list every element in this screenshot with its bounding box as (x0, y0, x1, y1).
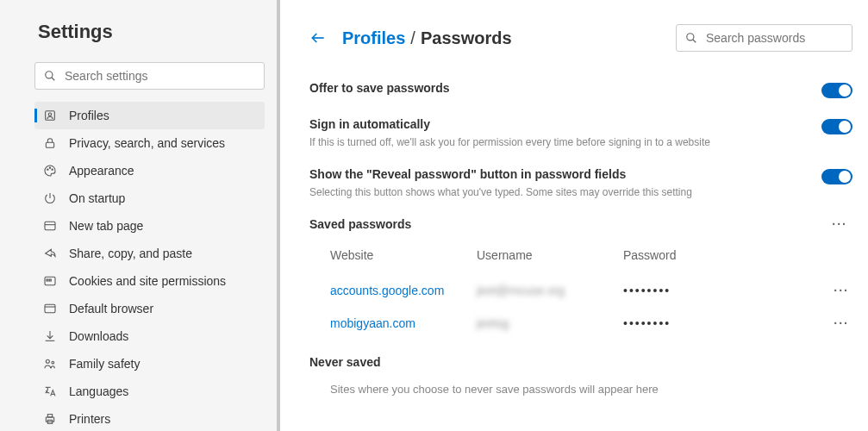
username-value: jeetsg (477, 316, 623, 330)
sidebar-item-downloads[interactable]: Downloads (34, 322, 265, 350)
svg-point-6 (49, 167, 50, 168)
svg-point-22 (687, 34, 694, 41)
svg-point-17 (52, 361, 54, 364)
svg-point-0 (46, 72, 53, 78)
sidebar-item-languages[interactable]: Languages (34, 378, 265, 405)
sidebar-item-label: Downloads (69, 329, 128, 343)
language-icon (43, 384, 57, 398)
svg-rect-8 (45, 222, 55, 229)
svg-point-5 (47, 169, 48, 170)
offer-save-passwords-label: Offer to save passwords (309, 81, 821, 95)
sidebar-item-profiles[interactable]: Profiles (34, 102, 265, 129)
power-icon (43, 191, 57, 205)
reveal-password-desc: Selecting this button shows what you've … (309, 186, 821, 198)
search-icon (685, 32, 697, 44)
svg-point-16 (46, 359, 49, 363)
password-row: mobigyaan.com jeetsg •••••••• ··· (309, 307, 852, 340)
password-masked: •••••••• (623, 284, 828, 297)
auto-signin-desc: If this is turned off, we'll ask you for… (309, 136, 821, 148)
website-link[interactable]: accounts.google.com (330, 284, 477, 297)
svg-point-7 (52, 169, 53, 170)
password-masked: •••••••• (623, 316, 828, 330)
search-passwords-box[interactable] (676, 24, 852, 52)
sidebar-item-label: Privacy, search, and services (69, 136, 225, 150)
svg-line-23 (693, 40, 696, 43)
search-icon (44, 70, 56, 82)
search-settings-input[interactable] (65, 69, 255, 83)
sidebar-item-label: New tab page (69, 219, 143, 233)
sidebar-item-printers[interactable]: Printers (34, 405, 265, 431)
row-more-button[interactable]: ··· (828, 316, 852, 330)
sidebar-item-label: Family safety (69, 357, 140, 371)
main-content: Profiles / Passwords Offer to save passw… (280, 0, 868, 431)
share-icon (43, 247, 57, 260)
sidebar-item-label: Appearance (69, 164, 134, 178)
breadcrumb-current: Passwords (421, 28, 512, 48)
never-saved-desc: Sites where you choose to never save pas… (309, 383, 852, 396)
settings-title: Settings (38, 21, 265, 43)
breadcrumb: Profiles / Passwords (309, 28, 512, 48)
auto-signin-toggle[interactable] (821, 119, 852, 134)
sidebar-item-share[interactable]: Share, copy, and paste (34, 240, 265, 267)
grid-icon (43, 219, 57, 233)
sidebar-item-cookies[interactable]: Cookies and site permissions (34, 267, 265, 295)
svg-point-3 (48, 113, 51, 116)
row-more-button[interactable]: ··· (828, 284, 852, 297)
sidebar-item-label: Cookies and site permissions (69, 274, 226, 288)
saved-passwords-title: Saved passwords (309, 217, 411, 231)
col-username: Username (477, 248, 623, 262)
svg-rect-12 (49, 279, 51, 281)
saved-passwords-more-button[interactable]: ··· (827, 217, 852, 231)
table-header: Website Username Password (309, 248, 852, 262)
palette-icon (43, 164, 57, 178)
search-settings-box[interactable] (34, 62, 265, 90)
col-password: Password (623, 248, 852, 262)
website-link[interactable]: mobigyaan.com (330, 316, 477, 330)
sidebar-item-label: Languages (69, 384, 128, 398)
auto-signin-label: Sign in automatically (309, 117, 821, 131)
never-saved-title: Never saved (309, 355, 852, 369)
sidebar-item-label: Share, copy, and paste (69, 247, 192, 260)
sidebar-item-label: On startup (69, 191, 125, 205)
username-value: jeet@mcuse.org (477, 284, 623, 297)
cookies-icon (43, 274, 57, 288)
svg-rect-11 (47, 279, 48, 281)
profile-icon (43, 109, 57, 122)
col-website: Website (330, 248, 477, 262)
sidebar-item-label: Profiles (69, 109, 109, 122)
svg-rect-19 (47, 415, 52, 417)
window-icon (43, 302, 57, 315)
search-passwords-input[interactable] (706, 31, 843, 45)
password-row: accounts.google.com jeet@mcuse.org •••••… (309, 274, 852, 307)
svg-rect-4 (46, 142, 53, 147)
back-arrow-icon[interactable] (309, 29, 327, 47)
breadcrumb-separator: / (410, 28, 415, 48)
family-icon (43, 357, 57, 371)
sidebar-item-onstartup[interactable]: On startup (34, 184, 265, 212)
sidebar-item-label: Default browser (69, 302, 153, 315)
printer-icon (43, 412, 57, 426)
svg-rect-18 (46, 417, 53, 422)
sidebar-item-appearance[interactable]: Appearance (34, 157, 265, 184)
reveal-password-label: Show the "Reveal password" button in pas… (309, 167, 821, 181)
offer-save-passwords-toggle[interactable] (821, 83, 852, 98)
breadcrumb-link[interactable]: Profiles (342, 28, 405, 48)
svg-rect-13 (45, 304, 55, 312)
reveal-password-toggle[interactable] (821, 169, 852, 184)
sidebar-item-privacy[interactable]: Privacy, search, and services (34, 129, 265, 157)
sidebar-item-newtab[interactable]: New tab page (34, 212, 265, 240)
sidebar-item-label: Printers (69, 412, 110, 426)
sidebar-item-defaultbrowser[interactable]: Default browser (34, 295, 265, 322)
settings-sidebar: Settings Profiles Privacy, search, and s… (0, 0, 280, 431)
download-icon (43, 329, 57, 343)
lock-icon (43, 136, 57, 150)
sidebar-item-family[interactable]: Family safety (34, 350, 265, 378)
svg-line-1 (52, 78, 55, 81)
